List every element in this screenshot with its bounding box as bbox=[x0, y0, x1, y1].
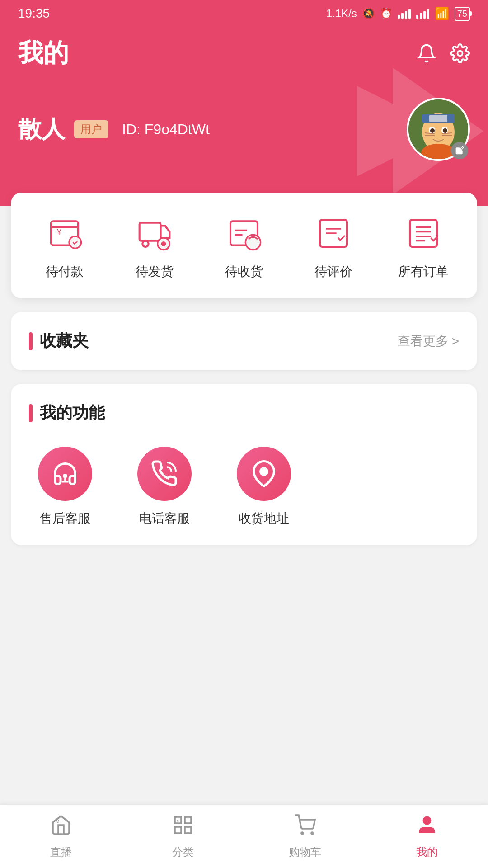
avatar-container[interactable] bbox=[407, 98, 470, 161]
nav-label-live: 直播 bbox=[50, 845, 72, 859]
status-bar: 19:35 1.1K/s 🔕 ⏰ 📶 75 bbox=[0, 0, 488, 27]
orders-section: ¥ 待付款 待发货 bbox=[11, 193, 477, 298]
functions-header: 我的功能 bbox=[29, 402, 459, 424]
order-item-payment[interactable]: ¥ 待付款 bbox=[20, 211, 109, 280]
svg-point-21 bbox=[142, 241, 148, 247]
function-label-phone: 电话客服 bbox=[139, 510, 190, 527]
svg-rect-34 bbox=[175, 827, 181, 833]
order-label-payment: 待付款 bbox=[46, 263, 84, 280]
svg-rect-28 bbox=[410, 220, 437, 247]
svg-rect-33 bbox=[185, 817, 191, 823]
delivery-icon bbox=[221, 211, 267, 256]
network-speed: 1.1K/s bbox=[326, 7, 357, 20]
order-item-delivery[interactable]: 待收货 bbox=[199, 211, 289, 280]
alarm-icon: ⏰ bbox=[380, 8, 392, 19]
nav-label-cart: 购物车 bbox=[289, 845, 321, 859]
title-bar-decoration bbox=[29, 332, 33, 350]
nav-label-mine: 我的 bbox=[416, 845, 438, 859]
profile-name: 散人 bbox=[18, 113, 65, 145]
page-title: 我的 bbox=[18, 36, 69, 71]
svg-point-10 bbox=[443, 128, 447, 133]
svg-point-39 bbox=[423, 817, 431, 824]
battery-indicator: 75 bbox=[455, 7, 470, 21]
header: 我的 散人 用户 ID: F9o4DtWt bbox=[0, 27, 488, 206]
order-label-all: 所有订单 bbox=[398, 263, 449, 280]
function-label-address: 收货地址 bbox=[239, 510, 289, 527]
svg-point-38 bbox=[311, 832, 313, 834]
order-item-review[interactable]: 待评价 bbox=[289, 211, 378, 280]
wifi-icon: 📶 bbox=[435, 7, 449, 21]
location-icon bbox=[237, 447, 291, 501]
functions-title-bar bbox=[29, 404, 33, 422]
svg-text:M: M bbox=[177, 819, 180, 823]
functions-title: 我的功能 bbox=[29, 402, 105, 424]
svg-point-24 bbox=[162, 242, 165, 245]
svg-point-9 bbox=[430, 128, 435, 133]
cart-icon bbox=[294, 814, 316, 841]
avatar-edit-button[interactable] bbox=[451, 142, 468, 159]
category-icon: M bbox=[172, 814, 194, 841]
order-label-shipping: 待发货 bbox=[136, 263, 174, 280]
svg-text:¥: ¥ bbox=[57, 228, 62, 236]
nav-item-cart[interactable]: 购物车 bbox=[244, 814, 366, 859]
order-item-all[interactable]: 所有订单 bbox=[379, 211, 468, 280]
function-address[interactable]: 收货地址 bbox=[228, 447, 300, 527]
function-after-sale[interactable]: 售后客服 bbox=[29, 447, 101, 527]
phone-icon bbox=[137, 447, 192, 501]
favorites-more-link[interactable]: 查看更多 > bbox=[398, 333, 459, 350]
live-icon: M bbox=[50, 814, 72, 841]
nav-item-live[interactable]: M 直播 bbox=[0, 814, 122, 859]
all-orders-icon bbox=[401, 211, 446, 256]
order-label-review: 待评价 bbox=[314, 263, 352, 280]
svg-point-30 bbox=[261, 468, 267, 475]
function-label-after-sale: 售后客服 bbox=[40, 510, 90, 527]
profile-info: 散人 用户 ID: F9o4DtWt bbox=[18, 113, 210, 145]
profile-id: ID: F9o4DtWt bbox=[122, 121, 210, 138]
shipping-icon bbox=[132, 211, 177, 256]
svg-point-37 bbox=[301, 832, 303, 834]
orders-grid: ¥ 待付款 待发货 bbox=[20, 211, 468, 280]
bottom-navigation: M 直播 M 分类 购物车 bbox=[0, 805, 488, 868]
nav-item-category[interactable]: M 分类 bbox=[122, 814, 244, 859]
svg-point-19 bbox=[69, 236, 81, 249]
function-phone[interactable]: 电话客服 bbox=[128, 447, 201, 527]
svg-rect-20 bbox=[139, 223, 160, 241]
status-right: 1.1K/s 🔕 ⏰ 📶 75 bbox=[326, 7, 470, 21]
nav-label-category: 分类 bbox=[172, 845, 194, 859]
payment-icon: ¥ bbox=[42, 211, 87, 256]
order-item-shipping[interactable]: 待发货 bbox=[109, 211, 199, 280]
svg-rect-6 bbox=[429, 115, 447, 122]
review-icon bbox=[311, 211, 356, 256]
svg-text:M: M bbox=[56, 819, 59, 824]
user-badge: 用户 bbox=[74, 120, 108, 138]
svg-rect-35 bbox=[185, 827, 191, 833]
favorites-title: 收藏夹 bbox=[29, 330, 89, 352]
favorites-header: 收藏夹 查看更多 > bbox=[29, 330, 459, 352]
nav-item-mine[interactable]: 我的 bbox=[366, 814, 488, 859]
hd-signal bbox=[416, 9, 429, 19]
status-time: 19:35 bbox=[18, 6, 50, 21]
order-label-delivery: 待收货 bbox=[225, 263, 263, 280]
headset-icon bbox=[38, 447, 92, 501]
signal-bars bbox=[398, 9, 411, 19]
favorites-section: 收藏夹 查看更多 > bbox=[11, 312, 477, 370]
mute-icon: 🔕 bbox=[362, 8, 375, 19]
mine-icon bbox=[416, 814, 438, 841]
functions-grid: 售后客服 电话客服 收货地址 bbox=[29, 447, 459, 527]
functions-section: 我的功能 售后客服 电 bbox=[11, 384, 477, 545]
svg-point-29 bbox=[63, 474, 67, 478]
